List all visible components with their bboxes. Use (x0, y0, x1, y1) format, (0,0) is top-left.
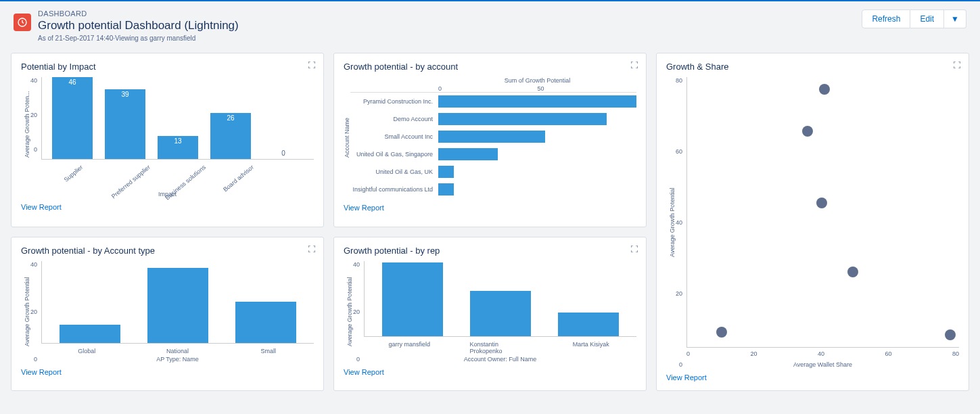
view-report-link[interactable]: View Report (21, 368, 62, 376)
hbar-category: Insightful communications Ltd (350, 186, 438, 193)
y-axis-ticks: 0 20 40 (30, 77, 41, 153)
bar-value: 0 (263, 150, 304, 157)
hbar-row: Insightful communications Ltd (350, 181, 636, 198)
view-report-link[interactable]: View Report (21, 203, 62, 211)
hbar-fill (438, 95, 636, 108)
hbar-fill (438, 183, 454, 196)
hbar-category: Demo Account (350, 116, 438, 122)
bar-value: 13 (158, 137, 198, 145)
hbar-rows: Pyramid Construction Inc.Demo AccountSma… (350, 92, 636, 198)
view-report-link[interactable]: View Report (666, 373, 707, 382)
expand-icon[interactable] (631, 60, 638, 70)
x-tick: 0 (686, 350, 690, 357)
hbar-track (438, 95, 636, 108)
x-category: garry mansfield (388, 341, 430, 354)
bar-value: 46 (52, 78, 93, 86)
hbar-fill (438, 148, 498, 160)
plot-area (41, 261, 314, 344)
x-ticks: 0 20 40 60 80 (686, 348, 959, 357)
card-title: Growth & Share (666, 62, 959, 72)
y-tick: 20 (30, 308, 37, 315)
view-report-link[interactable]: View Report (344, 204, 384, 212)
page-title: Growth potential Dashboard (Lightning) (38, 19, 239, 32)
hbar-category: Pyramid Construction Inc. (350, 98, 438, 105)
card-impact: Potential by Impact Average Growth Poten… (11, 53, 324, 227)
hbar-track (438, 113, 636, 125)
header-overline: DASHBOARD (38, 9, 239, 18)
bars (42, 261, 314, 343)
hbar-fill (438, 113, 607, 125)
bar (382, 262, 443, 336)
card-share: Growth & Share Average Growth Potential … (656, 53, 969, 391)
y-tick: 80 (676, 77, 682, 84)
edit-button[interactable]: Edit (910, 9, 944, 28)
bar: 13 (158, 136, 198, 159)
x-category (287, 164, 292, 170)
y-axis-label: Average Growth Potential (21, 261, 30, 363)
bar: 46 (52, 77, 93, 159)
header-actions: Refresh Edit ▼ (862, 9, 966, 28)
expand-icon[interactable] (308, 60, 315, 70)
scatter-point (802, 126, 813, 137)
x-categories: SupplierPreferred supplierBusiness solut… (41, 160, 314, 172)
bar-value: 26 (210, 114, 251, 122)
hbar-row: Small Account Inc (350, 128, 636, 145)
x-axis-label: Account Owner: Full Name (364, 354, 636, 363)
y-tick: 0 (679, 361, 682, 368)
x-category: Marta Kisiyak (573, 341, 609, 354)
x-category: Konstantin Prokopenko (470, 341, 531, 354)
menu-button[interactable]: ▼ (944, 9, 966, 28)
header-subtitle: As of 21-Sep-2017 14:40·Viewing as garry… (38, 34, 239, 42)
card-title: Growth potential - by account (344, 62, 636, 72)
x-category: National (166, 348, 189, 354)
plot-wrap: 463913260 SupplierPreferred supplierBusi… (41, 77, 314, 172)
card-rep: Growth potential - by rep Average Growth… (333, 237, 647, 392)
hbar-row: Pyramid Construction Inc. (350, 93, 636, 110)
expand-icon[interactable] (308, 244, 315, 254)
plot-wrap: garry mansfieldKonstantin ProkopenkoMart… (364, 261, 636, 363)
y-axis-label: Average Growth Potential (344, 261, 353, 363)
x-categories: garry mansfieldKonstantin ProkopenkoMart… (364, 337, 636, 354)
y-tick: 40 (676, 219, 682, 226)
hbar-category: United Oil & Gas, UK (350, 168, 438, 175)
hbar-row: United Oil & Gas, Singapore (350, 145, 636, 163)
expand-icon[interactable] (954, 60, 960, 70)
x-axis-label: Sum of Growth Potential (438, 77, 636, 85)
chart-scatter: Average Growth Potential 0 20 40 60 80 0… (666, 77, 959, 368)
header-left: DASHBOARD Growth potential Dashboard (Li… (14, 9, 239, 42)
card-title: Potential by Impact (21, 62, 314, 72)
y-axis-ticks: 0 20 40 (30, 261, 41, 363)
x-category: Global (78, 348, 95, 354)
dashboard-grid: Potential by Impact Average Growth Poten… (0, 53, 980, 402)
bar (60, 325, 120, 342)
dashboard-icon (14, 14, 31, 31)
y-tick: 0 (34, 146, 37, 153)
scatter-point (945, 329, 956, 340)
bar: 26 (210, 113, 251, 159)
hbar-body: Sum of Growth Potential 0 50 Pyramid Con… (350, 77, 636, 198)
chart-rep: Average Growth Potential 0 20 40 garry m… (344, 261, 636, 363)
card-title: Growth potential - by rep (344, 246, 636, 256)
hbar-row: Demo Account (350, 110, 636, 128)
y-axis-label: Average Growth Poten... (21, 77, 30, 172)
plot-area: 463913260 (41, 77, 314, 160)
refresh-button[interactable]: Refresh (862, 9, 910, 28)
x-axis-label: Average Wallet Share (686, 357, 959, 368)
scatter-point (819, 84, 830, 95)
y-axis-ticks: 0 20 40 60 80 (676, 77, 686, 368)
scatter-point (847, 267, 858, 277)
hbar-track (438, 131, 636, 143)
hbar-fill (438, 131, 545, 143)
expand-icon[interactable] (631, 244, 638, 254)
chart-type: Average Growth Potential 0 20 40 GlobalN… (21, 261, 314, 363)
hbar-track (438, 148, 636, 160)
plot-wrap: GlobalNationalSmall AP Type: Name (41, 261, 314, 363)
bar (147, 268, 208, 343)
header-text: DASHBOARD Growth potential Dashboard (Li… (38, 9, 239, 42)
card-type: Growth potential - by Account type Avera… (11, 237, 324, 392)
hbar-category: Small Account Inc (350, 133, 438, 140)
view-report-link[interactable]: View Report (344, 368, 384, 376)
bars (365, 261, 636, 336)
hbar-category: United Oil & Gas, Singapore (350, 151, 438, 158)
y-tick: 20 (353, 308, 360, 315)
